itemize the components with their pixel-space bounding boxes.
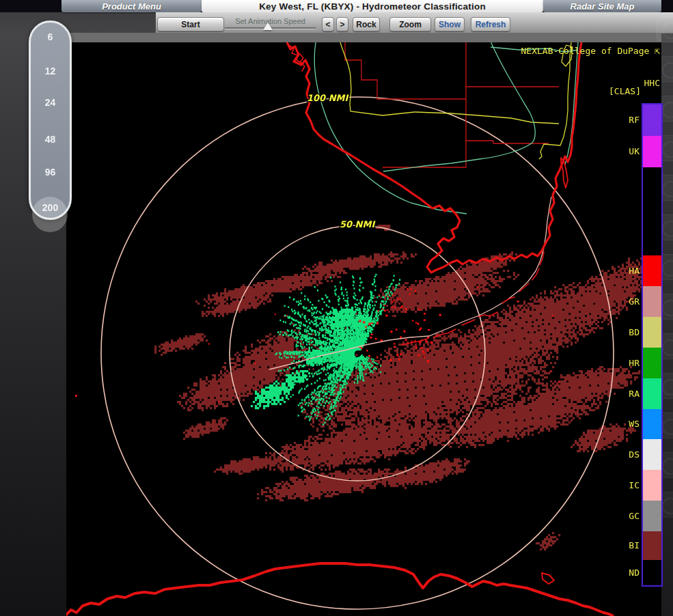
refresh-button[interactable]: Refresh: [471, 17, 510, 31]
legend-label-RF: RF: [611, 115, 640, 125]
legend-swatch-HA: [643, 255, 661, 286]
toolbar-gap-strip: [65, 33, 661, 42]
product-menu-label: Product Menu: [102, 1, 161, 12]
florida-coastline: [287, 42, 581, 272]
legend-swatch-WS: [643, 409, 661, 439]
ring-label-50nmi: 50 NMI: [340, 219, 376, 229]
legend-label-BI: BI: [611, 540, 640, 550]
rock-button[interactable]: Rock: [353, 17, 380, 31]
legend-swatch-HR: [643, 348, 661, 378]
zoom-level-item-48[interactable]: 48: [31, 134, 70, 145]
radar-site-map-label: Radar Site Map: [571, 1, 635, 12]
legend-subtitle: [CLAS]: [609, 86, 641, 96]
decorative-side-icon: [656, 16, 673, 42]
legend-swatch-IC: [643, 470, 661, 501]
overseas-highway-line: [269, 197, 551, 369]
range-ring-50nmi: [230, 225, 485, 481]
ring-label-100nmi: 100 NMI: [307, 93, 349, 103]
zoom-level-item-200[interactable]: 200: [31, 202, 70, 213]
radar-site-map-button[interactable]: Radar Site Map: [543, 0, 661, 12]
legend-swatch-GC: [643, 501, 661, 531]
legend-swatch-ND: [643, 560, 661, 585]
legend-label-GC: GC: [611, 511, 640, 521]
county-boundary-lines: [345, 42, 559, 167]
animation-speed-thumb[interactable]: [263, 23, 273, 30]
legend-title: HHC: [644, 78, 660, 88]
legend-label-HA: HA: [611, 266, 640, 276]
watermark-link[interactable]: NEXLAB-College of DuPage ⇱: [521, 46, 661, 56]
yellow-road-lines: [340, 42, 573, 159]
watermark-text: NEXLAB-College of DuPage: [521, 46, 650, 56]
legend-label-HR: HR: [611, 358, 640, 368]
legend-label-WS: WS: [611, 419, 640, 429]
radar-display[interactable]: 100 NMI 50 NMI: [66, 42, 661, 616]
cyan-road-lines: [314, 42, 578, 214]
page-title: Key West, FL (KBYX) - Hydrometeor Classi…: [259, 1, 486, 12]
show-button[interactable]: Show: [435, 17, 465, 31]
legend-label-BD: BD: [611, 327, 640, 337]
range-ring-100nmi: [101, 97, 614, 609]
legend-label-DS: DS: [611, 449, 640, 460]
legend-label-ND: ND: [611, 568, 640, 578]
right-edge-strip: [661, 42, 673, 616]
zoom-level-item-96[interactable]: 96: [31, 167, 70, 178]
legend-swatch-BI: [643, 531, 661, 560]
legend-label-RA: RA: [611, 389, 640, 399]
product-menu-button[interactable]: Product Menu: [61, 0, 202, 12]
page: { "window": { "product_menu": "Product M…: [0, 0, 673, 616]
legend-swatch-UK: [643, 136, 661, 167]
next-frame-button[interactable]: >: [336, 17, 348, 31]
legend-swatch-GR: [643, 286, 661, 317]
radar-map-overlay: 100 NMI 50 NMI: [66, 42, 661, 616]
zoom-button[interactable]: Zoom: [389, 17, 431, 31]
start-button[interactable]: Start: [157, 17, 224, 31]
animation-speed-control: Set Animation Speed: [223, 17, 317, 33]
zoom-level-item-24[interactable]: 24: [31, 97, 70, 108]
prev-frame-button[interactable]: <: [322, 17, 334, 31]
external-link-icon: ⇱: [655, 46, 660, 56]
legend-color-bar: [642, 103, 663, 587]
legend-label-UK: UK: [611, 146, 640, 156]
title-strip: Product Menu Key West, FL (KBYX) - Hydro…: [0, 0, 673, 12]
legend-swatch-RA: [643, 378, 661, 409]
legend-swatch-DS: [643, 439, 661, 470]
legend-swatch-BD: [643, 317, 661, 348]
legend-label-GR: GR: [611, 296, 640, 307]
legend-swatch-RF: [643, 104, 661, 136]
legend-swatch-gap: [643, 167, 661, 255]
title-plate: Key West, FL (KBYX) - Hydrometeor Classi…: [202, 0, 543, 12]
zoom-level-item-12[interactable]: 12: [31, 66, 70, 76]
zoom-level-pill: 612244896200: [29, 20, 72, 220]
zoom-level-item-6[interactable]: 6: [31, 31, 70, 42]
legend-label-IC: IC: [611, 480, 640, 490]
